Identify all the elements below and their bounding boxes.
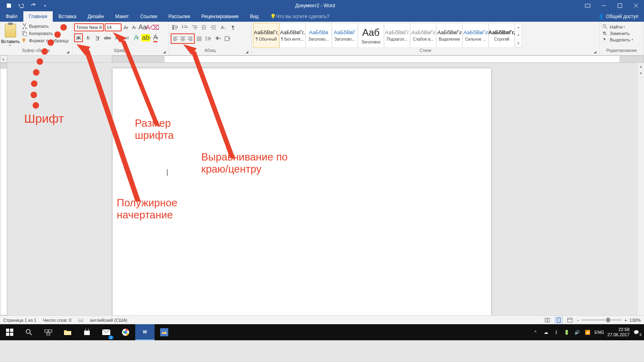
- style-title[interactable]: AaбЗаголовок: [358, 23, 384, 48]
- clipboard-launcher[interactable]: ◢: [66, 50, 71, 55]
- zoom-slider[interactable]: [582, 319, 622, 321]
- shrink-font-button[interactable]: A▾: [130, 23, 138, 32]
- close-button[interactable]: [628, 0, 644, 11]
- horizontal-ruler[interactable]: [112, 56, 644, 63]
- multilevel-button[interactable]: ▾: [190, 23, 199, 32]
- tell-me-input[interactable]: [276, 14, 341, 19]
- zoom-out-button[interactable]: −: [577, 318, 579, 323]
- replace-button[interactable]: abЗаменить: [601, 30, 634, 36]
- format-painter-button[interactable]: Формат по образцу: [20, 37, 70, 44]
- scroll-down-button[interactable]: ▾: [638, 70, 644, 76]
- styles-expand-button[interactable]: ⊻: [515, 39, 521, 47]
- vertical-ruler[interactable]: [0, 63, 7, 315]
- paste-button[interactable]: Вставить ▾: [2, 23, 19, 48]
- tray-notifications-icon[interactable]: 💬5: [633, 329, 640, 336]
- subscript-button[interactable]: x2: [113, 33, 122, 42]
- ribbon-display-button[interactable]: [580, 0, 596, 11]
- undo-button[interactable]: [15, 1, 27, 10]
- italic-button[interactable]: К: [84, 33, 93, 42]
- styles-launcher[interactable]: ◢: [594, 50, 599, 55]
- status-page[interactable]: Страница 1 из 1: [3, 318, 36, 323]
- align-left-button[interactable]: [172, 34, 179, 43]
- chevron-down-icon[interactable]: ▾: [9, 44, 11, 47]
- view-print-layout[interactable]: [554, 317, 563, 324]
- style-subtle-emph[interactable]: АаБбВвГгСлабое в...: [410, 23, 436, 48]
- tab-insert[interactable]: Вставка: [53, 11, 82, 22]
- taskbar-word[interactable]: W: [135, 324, 155, 340]
- style-strong[interactable]: АаБбВвГг,Строгий: [489, 23, 515, 48]
- strikethrough-button[interactable]: abc: [103, 33, 112, 42]
- tab-mailings[interactable]: Рассылки: [163, 11, 196, 22]
- tray-volume-icon[interactable]: 🔊: [574, 329, 581, 336]
- highlight-button[interactable]: ab▾: [142, 33, 151, 42]
- copy-button[interactable]: Копировать: [20, 30, 70, 37]
- increase-indent-button[interactable]: [209, 23, 218, 32]
- paragraph-launcher[interactable]: ◢: [246, 50, 250, 55]
- borders-button[interactable]: ▾: [223, 34, 232, 43]
- tray-onedrive-icon[interactable]: ☁: [542, 329, 549, 336]
- document-scroll-area[interactable]: [7, 63, 644, 315]
- grow-font-button[interactable]: A▴: [122, 23, 130, 32]
- text-effects-button[interactable]: A▾: [132, 33, 141, 42]
- taskbar-chrome[interactable]: [116, 324, 135, 340]
- sort-button[interactable]: A↓: [219, 23, 228, 32]
- view-read-mode[interactable]: [543, 317, 552, 324]
- style-normal[interactable]: АаБбВвГг,¶ Обычный: [253, 23, 279, 48]
- maximize-button[interactable]: [612, 0, 628, 11]
- shading-button[interactable]: ▾: [213, 34, 222, 43]
- tab-file[interactable]: Файл: [0, 11, 23, 22]
- underline-button[interactable]: Ч▾: [93, 33, 102, 42]
- tray-battery-icon[interactable]: 🔋: [563, 329, 570, 336]
- minimize-button[interactable]: [596, 0, 612, 11]
- save-button[interactable]: [3, 1, 14, 10]
- tray-network-icon[interactable]: 📶: [584, 329, 591, 336]
- font-name-combo[interactable]: [74, 23, 104, 31]
- taskbar-store[interactable]: [77, 324, 97, 340]
- vertical-scrollbar[interactable]: ▴ ▾: [637, 63, 644, 315]
- tab-layout[interactable]: Макет: [109, 11, 134, 22]
- tray-language[interactable]: ENG: [594, 330, 604, 335]
- numbering-button[interactable]: 12▾: [180, 23, 189, 32]
- zoom-level[interactable]: 130%: [630, 318, 641, 323]
- tab-review[interactable]: Рецензирование: [196, 11, 244, 22]
- style-subtitle[interactable]: АаБбВвГгПодзагол...: [384, 23, 410, 48]
- qat-customize[interactable]: ▾: [39, 1, 51, 10]
- font-color-button[interactable]: A▾: [151, 33, 160, 42]
- tab-home[interactable]: Главная: [23, 11, 53, 22]
- font-size-combo[interactable]: [105, 23, 122, 31]
- line-spacing-button[interactable]: ▾: [204, 34, 213, 43]
- style-strong-emph[interactable]: АаБбВвГгСильное ...: [462, 23, 489, 48]
- style-emphasis[interactable]: АаБбВвГгВыделение: [436, 23, 462, 48]
- proofing-icon[interactable]: 📖: [78, 317, 83, 323]
- cut-button[interactable]: Вырезать: [20, 23, 70, 29]
- align-right-button[interactable]: [186, 34, 194, 43]
- status-word-count[interactable]: Число слов: 0: [43, 318, 71, 323]
- tell-me[interactable]: 💡: [264, 11, 346, 22]
- redo-button[interactable]: [27, 1, 39, 10]
- font-launcher[interactable]: ◢: [163, 50, 168, 55]
- show-marks-button[interactable]: ¶: [229, 23, 237, 32]
- taskbar-mail[interactable]: 2: [97, 324, 116, 340]
- page[interactable]: [113, 68, 491, 315]
- tray-chevron-icon[interactable]: ^: [532, 329, 539, 336]
- align-center-button[interactable]: [179, 34, 186, 43]
- bullets-button[interactable]: ▾: [171, 23, 180, 32]
- find-button[interactable]: Найти▾: [601, 24, 634, 30]
- tray-bluetooth-icon[interactable]: ᛒ: [553, 329, 560, 336]
- tab-design[interactable]: Дизайн: [82, 11, 109, 22]
- styles-up-button[interactable]: ▴: [515, 23, 521, 31]
- share-button[interactable]: 👤 Общий доступ: [592, 11, 644, 22]
- styles-down-button[interactable]: ▾: [515, 31, 521, 39]
- style-heading1[interactable]: АаБбВвЗаголово...: [305, 23, 332, 48]
- clear-format-button[interactable]: A⌫: [148, 23, 157, 32]
- select-button[interactable]: Выделить▾: [601, 37, 634, 43]
- taskbar-search[interactable]: [19, 324, 39, 340]
- tray-clock[interactable]: 22:58 27.06.2017: [607, 327, 630, 337]
- justify-button[interactable]: [196, 34, 203, 43]
- superscript-button[interactable]: x2: [122, 33, 131, 42]
- tab-selector[interactable]: L: [0, 56, 7, 63]
- tab-references[interactable]: Ссылки: [134, 11, 163, 22]
- taskbar-app[interactable]: [155, 324, 174, 340]
- bold-button[interactable]: Ж: [74, 33, 83, 42]
- start-button[interactable]: [0, 324, 19, 340]
